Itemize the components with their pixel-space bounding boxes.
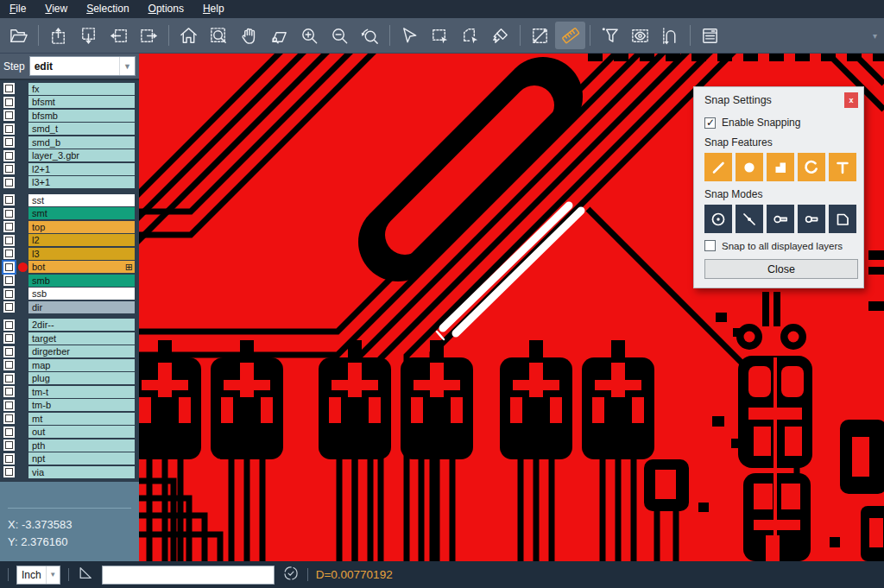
- layer-row-via[interactable]: via: [0, 465, 139, 479]
- layer-row-smb[interactable]: smb: [0, 274, 139, 288]
- pan-hand-icon[interactable]: [234, 22, 264, 49]
- layer-row-tm-t[interactable]: tm-t: [0, 385, 139, 399]
- zoom-out-icon[interactable]: [325, 22, 355, 49]
- paste-down-icon[interactable]: [73, 22, 104, 49]
- layer-label[interactable]: sst: [28, 194, 135, 206]
- layer-visibility-checkbox[interactable]: [3, 97, 15, 108]
- enable-snapping-checkbox[interactable]: [704, 117, 716, 129]
- chevron-down-icon[interactable]: ▼: [46, 566, 60, 584]
- layer-row-bfsmb[interactable]: bfsmb: [0, 109, 139, 123]
- layer-visibility-checkbox[interactable]: [3, 275, 15, 286]
- layer-label[interactable]: pth: [28, 439, 135, 452]
- layer-row-target[interactable]: target: [0, 332, 139, 345]
- snap-all-layers-row[interactable]: Snap to all displayed layers: [704, 240, 856, 251]
- snap-mode-contour-icon[interactable]: [829, 205, 856, 233]
- layer-row-sst[interactable]: sst: [0, 193, 139, 207]
- step-select[interactable]: edit ▼: [29, 56, 136, 76]
- menu-options[interactable]: Options: [139, 1, 193, 17]
- layer-label[interactable]: dirgerber: [28, 345, 135, 357]
- layer-label[interactable]: smd_t: [28, 123, 135, 135]
- layer-row-layer_3.gbr[interactable]: layer_3.gbr: [0, 149, 139, 163]
- snap-jump-icon[interactable]: [655, 22, 685, 49]
- snap-feature-circle-icon[interactable]: [736, 153, 763, 181]
- snap-feature-line-icon[interactable]: [704, 153, 732, 181]
- menu-file[interactable]: File: [0, 1, 35, 17]
- layer-label[interactable]: smb: [28, 275, 135, 287]
- layer-label[interactable]: out: [28, 426, 135, 438]
- snap-feature-arc-icon[interactable]: [798, 153, 825, 181]
- layer-row-l2+1[interactable]: l2+1: [0, 162, 139, 176]
- layer-row-2dir--[interactable]: 2dir--: [0, 319, 139, 332]
- snap-mode-center-icon[interactable]: [704, 205, 732, 233]
- layer-label[interactable]: tm-t: [28, 386, 135, 398]
- filter-funnel-icon[interactable]: [595, 22, 625, 49]
- command-input[interactable]: [102, 566, 275, 585]
- ruler-icon[interactable]: [555, 22, 585, 49]
- zoom-extents-icon[interactable]: [204, 22, 234, 49]
- layer-row-dir[interactable]: dir: [0, 300, 139, 314]
- snap-mode-pad-key-icon[interactable]: [767, 205, 794, 233]
- layer-row-dirgerber[interactable]: dirgerber: [0, 345, 139, 359]
- layer-row-pth[interactable]: pth: [0, 439, 139, 452]
- enable-snapping-row[interactable]: Enable Snapping: [704, 117, 856, 129]
- layer-visibility-checkbox[interactable]: [3, 163, 15, 174]
- select-rect-icon[interactable]: [425, 22, 455, 49]
- layer-label[interactable]: l2: [28, 234, 135, 246]
- layer-row-fx[interactable]: fx: [0, 82, 139, 96]
- layer-row-bfsmt[interactable]: bfsmt: [0, 96, 139, 110]
- layer-visibility-checkbox[interactable]: [3, 453, 15, 465]
- layer-visibility-checkbox[interactable]: [3, 248, 15, 259]
- angle-mode-icon[interactable]: [77, 565, 94, 585]
- layer-label[interactable]: l3: [28, 248, 135, 260]
- select-region-icon[interactable]: [455, 22, 485, 49]
- layer-label[interactable]: ssb: [28, 288, 135, 300]
- layer-visibility-checkbox[interactable]: [3, 194, 15, 205]
- layer-visibility-checkbox[interactable]: [3, 466, 15, 477]
- layer-label[interactable]: plug: [28, 372, 135, 384]
- layer-label[interactable]: smt: [28, 207, 135, 219]
- zoom-previous-icon[interactable]: [355, 22, 385, 49]
- layer-visibility-checkbox[interactable]: [3, 235, 15, 246]
- layer-row-smd_b[interactable]: smd_b: [0, 136, 139, 149]
- layer-row-tm-b[interactable]: tm-b: [0, 399, 139, 413]
- layer-row-smt[interactable]: smt: [0, 207, 139, 221]
- layer-label[interactable]: tm-b: [28, 399, 135, 411]
- snap-feature-text-icon[interactable]: [829, 153, 856, 181]
- menu-help[interactable]: Help: [193, 1, 234, 17]
- layer-label[interactable]: fx: [28, 83, 135, 95]
- snap-mode-midpoint-icon[interactable]: [736, 205, 763, 233]
- toolbar-overflow-icon[interactable]: ▾: [873, 31, 881, 41]
- paste-right-icon[interactable]: [134, 22, 164, 49]
- layer-label[interactable]: bfsmt: [28, 96, 135, 108]
- layer-label[interactable]: npt: [28, 452, 135, 465]
- layer-row-plug[interactable]: plug: [0, 372, 139, 386]
- layer-label[interactable]: layer_3.gbr: [28, 149, 135, 161]
- layer-row-map[interactable]: map: [0, 358, 139, 372]
- clear-brush-icon[interactable]: [485, 22, 515, 49]
- layer-visibility-checkbox[interactable]: [3, 83, 15, 94]
- layer-visibility-checkbox[interactable]: [3, 110, 15, 121]
- layer-row-ssb[interactable]: ssb: [0, 288, 139, 301]
- layer-label[interactable]: via: [28, 466, 135, 478]
- layer-row-smd_t[interactable]: smd_t: [0, 123, 139, 136]
- layer-visibility-checkbox[interactable]: [3, 427, 15, 438]
- layer-visibility-checkbox[interactable]: [3, 150, 15, 161]
- snap-feature-surface-icon[interactable]: [767, 153, 794, 181]
- layer-visibility-checkbox[interactable]: [3, 288, 15, 300]
- layer-row-l3+1[interactable]: l3+1: [0, 176, 139, 190]
- layer-visibility-checkbox[interactable]: [3, 359, 15, 370]
- chevron-down-icon[interactable]: ▼: [119, 57, 135, 75]
- layer-label[interactable]: target: [28, 332, 135, 345]
- layer-row-top[interactable]: top: [0, 220, 139, 234]
- pointer-select-icon[interactable]: [395, 22, 425, 49]
- view-visibility-icon[interactable]: [625, 22, 655, 49]
- layer-visibility-checkbox[interactable]: [3, 413, 15, 424]
- snap-all-layers-checkbox[interactable]: [704, 240, 716, 251]
- layer-visibility-checkbox[interactable]: [3, 346, 15, 357]
- layer-row-out[interactable]: out: [0, 426, 139, 439]
- menu-selection[interactable]: Selection: [77, 1, 138, 17]
- layer-visibility-checkbox[interactable]: [3, 400, 15, 411]
- layer-label[interactable]: l3+1: [28, 176, 135, 188]
- layer-visibility-checkbox[interactable]: [3, 439, 15, 451]
- report-list-icon[interactable]: [695, 22, 725, 49]
